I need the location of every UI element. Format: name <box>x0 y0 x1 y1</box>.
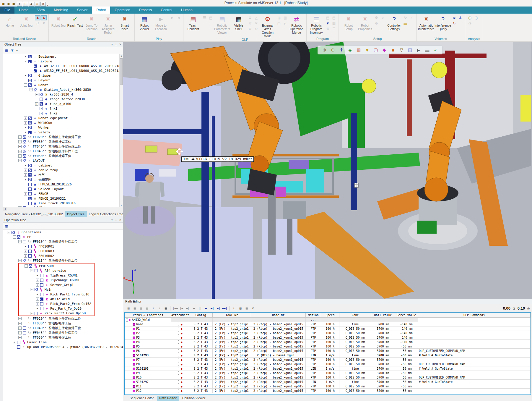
path-location-cell[interactable]: P7 <box>125 358 171 362</box>
bottom-tab-sequence-editor[interactable]: Sequence Editor <box>127 396 156 401</box>
motion-cell[interactable]: PTP <box>306 384 321 389</box>
note-icon[interactable]: ▤ <box>407 47 413 53</box>
motion-cell[interactable]: LIN <box>306 366 321 371</box>
collapse-icon[interactable]: − <box>18 159 22 162</box>
tool-nr-cell[interactable]: 2 (Fr) - tcp2_grip1 <box>213 331 251 335</box>
config-cell[interactable]: S 2 T 43 <box>189 331 213 335</box>
visibility-checkbox[interactable] <box>23 326 26 330</box>
path-location-cell[interactable]: P3 <box>125 335 171 340</box>
chevron-down-icon[interactable]: ▾ <box>111 43 113 46</box>
bottom-tab-path-editor[interactable]: Path Editor <box>157 396 179 401</box>
pause-icon[interactable]: || <box>197 306 203 310</box>
tree-item[interactable]: +◧Tipchange_XGUN1 <box>19 278 94 282</box>
sync-program-icon[interactable]: ⇅ <box>325 27 331 32</box>
visibility-checkbox[interactable] <box>34 64 37 68</box>
collapse-icon[interactable]: − <box>30 269 33 272</box>
speed-cell[interactable]: 100 % <box>321 335 339 340</box>
path-row-P2[interactable]: P2 ●S 2 T 432 (Fr) - tcp2_grip12 (Rtcp) … <box>125 331 531 335</box>
rail-value-cell[interactable]: 3700 mm <box>371 326 395 331</box>
step-back-icon[interactable]: ◄| <box>185 306 190 310</box>
config-cell[interactable]: S 2 T 43 <box>189 366 213 371</box>
motion-cell[interactable]: PTP <box>306 326 321 331</box>
column-header-paths-locations[interactable]: Paths & Locations <box>125 313 171 318</box>
base-nr-cell[interactable]: 2 (Rtcp) - base2_xgun1_op015 <box>251 371 306 375</box>
visibility-checkbox[interactable] <box>34 69 37 72</box>
torch-x-icon[interactable]: ⚙ <box>247 27 253 32</box>
dropdown-arrow-icon[interactable]: ▾ <box>16 49 18 52</box>
expand-icon[interactable]: + <box>36 283 39 287</box>
path-row-P7[interactable]: P7 ●S 2 T 432 (Fr) - tcp2_grip12 (Rtcp) … <box>125 358 531 362</box>
visibility-checkbox[interactable] <box>28 83 32 87</box>
tree-item[interactable]: ▤FENCE_20190321 <box>3 196 123 201</box>
rail-value-cell[interactable]: 3700 mm <box>371 358 395 362</box>
tree-item[interactable]: +❖Pick_Part2_From Op15A <box>19 301 94 306</box>
automatic-interference-button[interactable]: ♜Automatic Interference <box>418 14 435 31</box>
column-header-tool-nr[interactable]: Tool Nr <box>213 313 251 318</box>
columns-grid-icon[interactable]: ▦ <box>5 224 8 228</box>
servo-value-cell[interactable]: -50 mm <box>395 366 418 371</box>
config-cell[interactable]: S 2 T 43 <box>189 335 213 340</box>
olp-commands-cell[interactable]: # Weld # GunToState <box>418 380 531 384</box>
base-nr-cell[interactable]: 2 (Rtcp) - base2_xgun1_op015 <box>251 380 306 384</box>
tree-item[interactable]: −≋FF <box>3 235 123 239</box>
column-header-motion[interactable]: Motion <box>306 313 321 318</box>
base-nr-cell[interactable]: 2 (Rtcp) - base2_xgun1_op015 <box>251 331 306 335</box>
step-location-back-icon[interactable]: ◄ <box>176 15 181 20</box>
zone-cell[interactable]: fine <box>339 366 371 371</box>
column-header-olp-commands[interactable]: OLP Commands <box>418 313 531 318</box>
olp-commands-cell[interactable] <box>418 331 531 335</box>
expand-icon[interactable]: + <box>24 173 27 177</box>
base-nr-cell[interactable]: 2 (Rtcp) - base2_xgun1_op015 <box>251 366 306 371</box>
visibility-checkbox[interactable] <box>23 145 26 148</box>
servo-value-cell[interactable]: -140 mm <box>395 331 418 335</box>
expand-icon[interactable]: + <box>24 245 27 248</box>
clear-filter-icon[interactable]: ✗ <box>250 306 256 310</box>
speed-cell[interactable]: 100 % <box>321 384 339 389</box>
base-nr-cell[interactable]: 2 (Rtcp) - base2_xgun1_op015 <box>251 326 306 331</box>
rail-value-cell[interactable]: 3700 mm <box>371 371 395 375</box>
column-header-speed[interactable]: Speed <box>321 313 339 318</box>
restore-icon[interactable]: ↻ <box>403 15 408 20</box>
motion-cell[interactable]: ... <box>306 318 321 322</box>
zone-cell[interactable]: fine <box>339 322 371 326</box>
expand-icon[interactable]: + <box>24 55 27 58</box>
path-location-cell[interactable]: P2 <box>125 331 171 335</box>
motion-cell[interactable]: PTP <box>306 340 321 344</box>
motion-cell[interactable]: PTP <box>306 358 321 362</box>
zone-cell[interactable]: C_DIS 50 mm <box>339 331 371 335</box>
columns-grid-icon[interactable]: ▦ <box>5 48 8 53</box>
rail-value-cell[interactable] <box>371 318 395 322</box>
teach-pendant-button[interactable]: ▤Teach Pendant <box>185 14 201 31</box>
visibility-checkbox[interactable] <box>23 317 26 320</box>
interference-query-button[interactable]: ?Interference Query <box>435 14 451 31</box>
olp-commands-cell[interactable] <box>418 384 531 389</box>
servo-value-cell[interactable]: -50 mm <box>395 353 418 358</box>
tree-item[interactable]: ✕◈lnk2 <box>3 111 123 116</box>
zone-cell[interactable]: C_DIS 50 mm <box>339 335 371 340</box>
base-nr-cell[interactable]: 2 (Rtcp) - base2_xgun1_op015 <box>251 349 306 353</box>
base-nr-cell[interactable]: 2 (Rtcp) - base2_xgun1_op015 <box>251 322 306 326</box>
tools-icon[interactable]: ⚙ <box>374 21 379 26</box>
visibility-checkbox[interactable] <box>23 331 26 334</box>
servo-value-cell[interactable]: -140 mm <box>395 340 418 344</box>
path-row-P8[interactable]: P8 ●S 2 T 432 (Fr) - tcp2_grip12 (Rtcp) … <box>125 362 531 366</box>
collapse-icon[interactable]: − <box>126 318 128 322</box>
visible-shell-button[interactable]: ▦Visible Shell <box>230 14 247 31</box>
tree-item[interactable]: +▚Laser Line <box>3 340 123 345</box>
collapse-icon[interactable]: − <box>30 88 33 91</box>
motion-cell[interactable]: LIN <box>306 380 321 384</box>
close-icon[interactable]: ✕ <box>119 219 121 221</box>
axis-slide-icon[interactable]: ⇄ <box>282 21 288 26</box>
base-nr-cell[interactable]: 2 (Rtcp) - base2_xgun1_op015 <box>251 375 306 380</box>
base-nr-cell[interactable] <box>251 318 306 322</box>
tree-item[interactable]: +∴Worker <box>3 125 123 130</box>
collapse-icon[interactable]: − <box>18 259 22 262</box>
tree-item[interactable]: +◧AM132_Weld <box>19 297 94 301</box>
zoom-out-icon[interactable]: ⊖ <box>330 47 336 53</box>
3d-viewport[interactable]: x z ⊕⊖✛◈▧▼▢◆■▽▤►▬✓ TMF-4-7000-R_FF015_V2… <box>123 42 532 299</box>
next-location-icon[interactable]: ►| <box>216 306 221 310</box>
tree-item[interactable]: +∴WeldGun <box>3 120 123 125</box>
time-analysis-icon[interactable]: ◷ <box>467 15 473 20</box>
prev-location-icon[interactable]: |◄ <box>178 306 184 310</box>
path-location-cell[interactable]: home <box>125 322 171 326</box>
